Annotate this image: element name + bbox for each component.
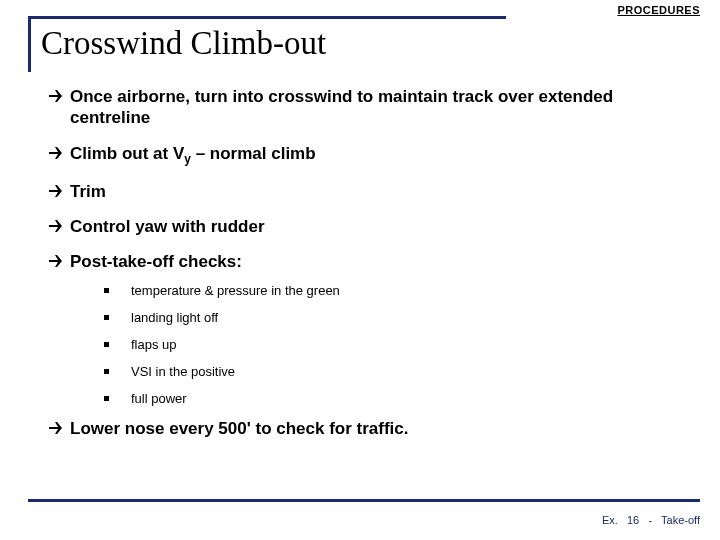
bullet-text: Post-take-off checks: <box>70 251 680 272</box>
bullet-item: Once airborne, turn into crosswind to ma… <box>48 86 680 129</box>
list-item: temperature & pressure in the green <box>104 283 680 298</box>
footer-rule <box>28 499 700 502</box>
footer-text: Ex. 16 - Take-off <box>602 514 700 526</box>
footer-prefix: Ex. <box>602 514 618 526</box>
section-header: PROCEDURES <box>617 4 700 16</box>
bullet-text-post: – normal climb <box>191 144 316 163</box>
square-bullet-icon <box>104 288 109 293</box>
sub-item-text: VSI in the positive <box>131 364 235 379</box>
plane-icon <box>48 218 64 234</box>
list-item: flaps up <box>104 337 680 352</box>
plane-icon <box>48 88 64 104</box>
footer-number: 16 <box>627 514 639 526</box>
bullet-text: Lower nose every 500' to check for traff… <box>70 418 680 439</box>
slide-title: Crosswind Climb-out <box>41 25 326 62</box>
square-bullet-icon <box>104 315 109 320</box>
footer-name: Take-off <box>661 514 700 526</box>
sub-item-text: flaps up <box>131 337 177 352</box>
square-bullet-icon <box>104 342 109 347</box>
bullet-text: Control yaw with rudder <box>70 216 680 237</box>
sub-item-text: landing light off <box>131 310 218 325</box>
plane-icon <box>48 420 64 436</box>
bullet-text: Trim <box>70 181 680 202</box>
bullet-item: Lower nose every 500' to check for traff… <box>48 418 680 439</box>
square-bullet-icon <box>104 396 109 401</box>
square-bullet-icon <box>104 369 109 374</box>
footer-sep: - <box>648 514 652 526</box>
bullet-item: Trim <box>48 181 680 202</box>
list-item: landing light off <box>104 310 680 325</box>
bullet-text: Once airborne, turn into crosswind to ma… <box>70 86 680 129</box>
bullet-item: Post-take-off checks: <box>48 251 680 272</box>
plane-icon <box>48 145 64 161</box>
sub-item-text: full power <box>131 391 187 406</box>
subscript-y: y <box>184 152 191 166</box>
list-item: full power <box>104 391 680 406</box>
list-item: VSI in the positive <box>104 364 680 379</box>
sub-list: temperature & pressure in the green land… <box>104 283 680 406</box>
sub-item-text: temperature & pressure in the green <box>131 283 340 298</box>
title-box: Crosswind Climb-out <box>28 16 506 72</box>
content-area: Once airborne, turn into crosswind to ma… <box>48 86 680 453</box>
plane-icon <box>48 183 64 199</box>
plane-icon <box>48 253 64 269</box>
bullet-text-pre: Climb out at V <box>70 144 184 163</box>
bullet-item: Control yaw with rudder <box>48 216 680 237</box>
bullet-item: Climb out at Vy – normal climb <box>48 143 680 167</box>
bullet-text: Climb out at Vy – normal climb <box>70 143 680 167</box>
